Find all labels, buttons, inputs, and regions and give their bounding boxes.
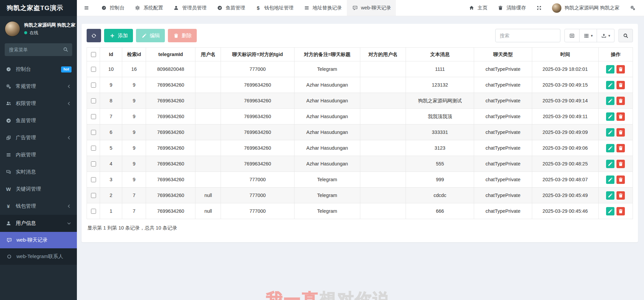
row-delete-button[interactable] [616, 144, 625, 152]
refresh-button[interactable] [87, 29, 101, 42]
sidebar-toggle-button[interactable] [77, 0, 96, 16]
gauge-icon [101, 5, 107, 10]
sidebar-item-控制台[interactable]: 控制台hot [0, 61, 77, 78]
table-row: 8976996342607699634260Azhar Hasudungan狗凯… [87, 93, 633, 109]
row-checkbox[interactable] [91, 209, 96, 214]
sidebar-search-input[interactable] [5, 43, 72, 56]
row-edit-button[interactable] [606, 112, 614, 121]
sidebar-item-用户信息[interactable]: 用户信息 [0, 215, 77, 232]
table-cell: 7699634260 [146, 140, 195, 156]
sidebar-item-权限管理[interactable]: 权限管理 [0, 95, 77, 112]
sidebar-item-鱼苗管理[interactable]: 鱼苗管理 [0, 112, 77, 129]
sidebar-item-关键词管理[interactable]: W关键词管理 [0, 181, 77, 198]
row-edit-button[interactable] [606, 176, 614, 184]
row-delete-button[interactable] [616, 65, 625, 73]
table-cell: Azhar Hasudungan [294, 93, 360, 109]
topnav-item-系统配置[interactable]: 系统配置 [130, 0, 168, 16]
pencil-icon [607, 130, 613, 135]
table-cell [195, 109, 221, 124]
avatar [5, 21, 20, 37]
add-button[interactable]: 添加 [104, 29, 133, 42]
row-checkbox[interactable] [91, 67, 96, 72]
row-select-cell [87, 61, 100, 77]
table-cell: chatTypePrivate [474, 93, 532, 109]
topnav-item-钱包地址管理[interactable]: $钱包地址管理 [250, 0, 298, 16]
sidebar-item-web-Telegram联系人[interactable]: web-Telegram联系人 [0, 248, 77, 265]
sidebar-item-广告管理[interactable]: 广告管理 [0, 129, 77, 146]
sidebar-item-实时消息[interactable]: 实时消息 [0, 163, 77, 181]
row-select-cell [87, 93, 100, 109]
table-cell: 10 [100, 61, 122, 77]
table-search-input[interactable] [495, 29, 560, 42]
row-edit-button[interactable] [606, 81, 614, 89]
sidebar-item-内嵌管理[interactable]: 内嵌管理 [0, 146, 77, 163]
trash-icon [497, 5, 503, 10]
topnav-item-地址替换记录[interactable]: 地址替换记录 [298, 0, 347, 16]
row-edit-button[interactable] [606, 160, 614, 168]
row-delete-button[interactable] [616, 207, 625, 215]
row-delete-button[interactable] [616, 112, 625, 121]
row-delete-button[interactable] [616, 128, 625, 137]
pencil-icon [607, 67, 613, 72]
bars-icon [5, 152, 11, 157]
row-checkbox[interactable] [91, 83, 96, 88]
row-edit-button[interactable] [606, 207, 614, 215]
topnav-item-管理员管理[interactable]: 管理员管理 [168, 0, 212, 16]
export-button[interactable]: ▾ [597, 29, 614, 42]
row-actions-cell [598, 109, 633, 124]
row-checkbox[interactable] [91, 161, 96, 166]
pencil-icon [607, 114, 613, 119]
watermark-gray: 想对你说 [320, 290, 391, 300]
row-edit-button[interactable] [606, 191, 614, 200]
row-checkbox[interactable] [91, 146, 96, 151]
row-checkbox[interactable] [91, 177, 96, 182]
search-icon[interactable] [62, 47, 68, 52]
row-checkbox[interactable] [91, 193, 96, 198]
user-menu[interactable]: 狗凯之家源码网 狗凯之家 [547, 0, 625, 16]
table-cell: 7699634260 [221, 109, 294, 124]
row-checkbox[interactable] [91, 98, 96, 103]
table-cell: 7699634260 [146, 77, 195, 93]
sidebar-item-常规管理[interactable]: 常规管理 [0, 78, 77, 95]
clear-cache-link[interactable]: 清除缓存 [492, 0, 531, 16]
table-cell: Telegram [294, 172, 360, 188]
trash-icon [618, 177, 624, 182]
table-cell: 777000 [221, 172, 294, 188]
row-delete-button[interactable] [616, 191, 625, 200]
settings-menu[interactable] [625, 0, 641, 16]
row-delete-button[interactable] [616, 97, 625, 105]
topnav-item-控制台[interactable]: 控制台 [96, 0, 130, 16]
topnav-item-web-聊天记录[interactable]: web-聊天记录 [347, 0, 396, 16]
row-checkbox[interactable] [91, 114, 96, 119]
row-edit-button[interactable] [606, 97, 614, 105]
table-cell: 7 [100, 109, 122, 124]
edit-button[interactable]: 编辑 [136, 29, 165, 42]
sidebar-item-web-聊天记录[interactable]: web-聊天记录 [0, 232, 77, 248]
caret-down-icon: ▾ [608, 34, 610, 38]
columns-button[interactable]: ▾ [580, 29, 597, 42]
row-edit-button[interactable] [606, 144, 614, 152]
user-status: 在线 [24, 30, 75, 36]
topnav-item-鱼苗管理[interactable]: 鱼苗管理 [212, 0, 250, 16]
topnav: 控制台系统配置管理员管理鱼苗管理$钱包地址管理地址替换记录web-聊天记录 主页… [77, 0, 644, 16]
row-edit-button[interactable] [606, 65, 614, 73]
row-delete-button[interactable] [616, 160, 625, 168]
select-all-checkbox[interactable] [91, 52, 96, 57]
table-cell: 777000 [221, 188, 294, 203]
table-view-controls: ▾ ▾ [564, 29, 614, 42]
row-checkbox[interactable] [91, 130, 96, 135]
table-cell [360, 156, 406, 172]
row-delete-button[interactable] [616, 81, 625, 89]
home-link[interactable]: 主页 [463, 0, 492, 16]
search-button[interactable] [618, 29, 633, 42]
fullscreen-toggle[interactable] [531, 0, 547, 16]
sidebar-item-钱包管理[interactable]: ¥钱包管理 [0, 198, 77, 215]
table-cell: 7699634260 [146, 156, 195, 172]
toggle-view-button[interactable] [564, 29, 580, 42]
table-cell: Azhar Hasudungan [294, 140, 360, 156]
delete-button[interactable]: 删除 [168, 29, 197, 42]
row-delete-button[interactable] [616, 176, 625, 184]
table-cell: chatTypePrivate [474, 109, 532, 124]
chevron-left-icon [66, 135, 72, 140]
row-edit-button[interactable] [606, 128, 614, 137]
